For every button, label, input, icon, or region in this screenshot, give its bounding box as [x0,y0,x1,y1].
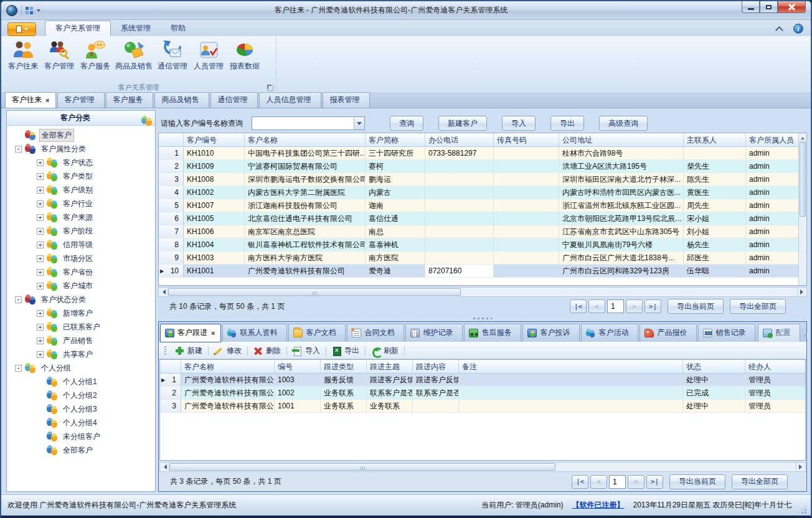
tree-item[interactable]: 新增客户 [9,306,155,320]
ribbon-button-reports[interactable]: 报表数据 [227,39,263,73]
ribbon-button-customer-service[interactable]: 客户服务 [77,39,113,73]
col-customer-name[interactable]: 客户名称 [245,133,366,146]
customer-row[interactable]: 1 KH1010 中国电子科技集团公司第三十四研... 三十四研究所 0733-… [159,147,798,160]
search-action-button[interactable]: 高级查询 [599,116,648,131]
tree-item[interactable]: 共享客户 [9,347,155,361]
vertical-scrollbar[interactable] [798,133,806,285]
combo-dropdown-button[interactable] [354,117,364,130]
tree-item[interactable]: 个人分组 [9,361,155,375]
export-current-page-button[interactable]: 导出当前页 [668,299,724,314]
detail-tab[interactable]: 客户跟进 × [160,324,221,342]
tree-item[interactable]: 客户城市 [9,279,155,293]
followup-hscrollbar[interactable] [159,462,806,472]
tree-item[interactable]: 产品销售 [9,334,155,347]
ribbon-button-goods-sales[interactable]: 商品及销售 [113,39,154,73]
customer-row[interactable]: ▶10 KH1001 广州爱奇迪软件科技有限公司 爱奇迪 87207160 广州… [159,265,798,278]
customers-hscrollbar[interactable] [158,287,807,297]
customer-row[interactable]: 5 KH1007 浙江迦南科技股份有限公司 迦南 浙江省温州市瓯北镇东瓯工业区园… [159,199,798,212]
minimize-button[interactable] [742,1,760,13]
detail-tab[interactable]: 客户投诉 [522,324,580,342]
tree-item[interactable]: 全部客户 [9,443,155,457]
ribbon-button-personnel[interactable]: 人员管理 [191,39,227,73]
search-action-button[interactable]: 导出 [550,116,584,131]
col-handler[interactable]: 经办人 [745,360,805,373]
ribbon-tab[interactable]: 系统管理 [111,21,161,36]
tree-expander-icon[interactable] [37,269,44,276]
resize-grip-icon[interactable] [799,506,807,514]
document-tab[interactable]: 人员信息管理 [259,92,321,108]
maximize-button[interactable] [760,1,778,13]
tree-expander-icon[interactable] [15,146,22,153]
ribbon-button-communication[interactable]: 通信管理 [154,39,191,73]
ribbon-tab[interactable]: 帮助 [161,21,196,36]
detail-tab[interactable]: 销售记录 [698,324,755,342]
tree-item[interactable]: 全部客户 [9,128,155,142]
tree-item[interactable]: 客户来源 [9,210,155,224]
document-tab[interactable]: 客户服务 [106,92,153,108]
tree-expander-icon[interactable] [37,228,44,235]
last-page-button[interactable]: >| [646,475,663,489]
customer-row[interactable]: 2 KH1009 宁波赛柯国际贸易有限公司 赛柯 洪塘工业A区洪大路195号 柴… [159,160,798,173]
license-registered-link[interactable]: 【软件已注册】 [572,500,624,511]
document-tab[interactable]: 商品及销售 [154,92,209,108]
document-tab[interactable]: 通信管理 [210,92,258,108]
toolbar-button[interactable]: 删除 [248,344,286,357]
document-tab[interactable]: 客户管理 [57,92,105,108]
followup-row[interactable]: 2 广州爱奇迪软件科技有限公司 1002 业务联系 联系客户是否... 联系客户… [160,387,805,400]
prev-page-button[interactable]: < [590,475,607,489]
followup-row[interactable]: 3 广州爱奇迪软件科技有限公司 1001 业务联系 业务联系 处理中 管理员 [160,400,805,413]
customer-row[interactable]: 4 KH1002 内蒙古医科大学第二附属医院 内蒙古 内蒙古呼和浩特市回民区内蒙… [159,186,798,199]
scroll-left-icon[interactable] [159,288,168,296]
panel-splitter[interactable] [158,316,807,321]
tree-expander-icon[interactable] [37,242,44,248]
tree-expander-icon[interactable] [37,283,44,290]
col-note[interactable]: 备注 [459,360,683,373]
col-company-address[interactable]: 公司地址 [559,133,684,146]
scroll-up-icon[interactable] [799,133,806,141]
tree-expander-icon[interactable] [37,255,44,262]
col-followup-type[interactable]: 跟进类型 [321,360,367,373]
ribbon-tab[interactable]: 客户关系管理 [45,21,111,36]
scrollbar-thumb[interactable] [800,142,806,217]
search-action-button[interactable]: 新建客户 [438,116,487,131]
customer-row[interactable]: 7 KH1006 南京军区南京总医院 南总 江苏省南京市玄武区中山东路305号 … [159,225,798,238]
tree-expander-icon[interactable] [37,159,44,166]
tree-expander-icon[interactable] [37,173,44,180]
tree-expander-icon[interactable] [37,214,44,221]
collapse-ribbon-icon[interactable] [775,26,783,34]
first-page-button[interactable]: |< [572,475,588,489]
toolbar-button[interactable]: 新建 [169,344,208,357]
search-action-button[interactable]: 查询 [390,116,423,131]
tree-item[interactable]: 客户状态 [9,156,155,169]
tree-item[interactable]: 客户阶段 [9,224,155,238]
col-followup-content[interactable]: 跟进内容 [413,360,459,373]
export-all-pages-button[interactable]: 导出全部页 [732,474,788,489]
tree-expander-icon[interactable] [37,200,44,207]
col-customer-code[interactable]: 客户编号 [184,133,245,146]
col-fax[interactable]: 传真号码 [494,133,559,146]
tree-expander-icon[interactable] [15,365,22,372]
quick-access-grid-icon[interactable] [26,7,33,14]
tree-item[interactable]: 已联系客户 [9,320,155,334]
toolbar-button[interactable]: 刷新 [366,344,404,357]
tree-item[interactable]: 客户级别 [9,183,155,197]
scroll-tabs-left-icon[interactable] [801,333,807,338]
scrollbar-thumb[interactable] [169,463,555,471]
prev-page-button[interactable]: < [588,299,605,313]
page-number-input[interactable] [607,299,624,313]
info-icon[interactable]: i [793,24,803,34]
tree-item[interactable]: 客户省份 [9,265,155,279]
tree-expander-icon[interactable] [15,296,22,303]
next-page-button[interactable]: > [628,475,644,489]
tree-expander-icon[interactable] [37,187,44,194]
tree-item[interactable]: 个人分组3 [9,402,155,416]
dialog-launcher-icon[interactable] [267,84,273,91]
detail-tab[interactable]: 售后服务 [464,324,521,342]
col-owner[interactable]: 客户所属人员 [746,133,806,146]
scrollbar-thumb[interactable] [168,288,461,296]
toolbar-button[interactable]: 导入 [287,344,326,357]
detail-tab[interactable]: 配置 [758,324,800,342]
tab-close-icon[interactable]: × [211,329,215,337]
application-menu-button[interactable] [7,22,36,36]
search-input[interactable] [252,117,354,130]
